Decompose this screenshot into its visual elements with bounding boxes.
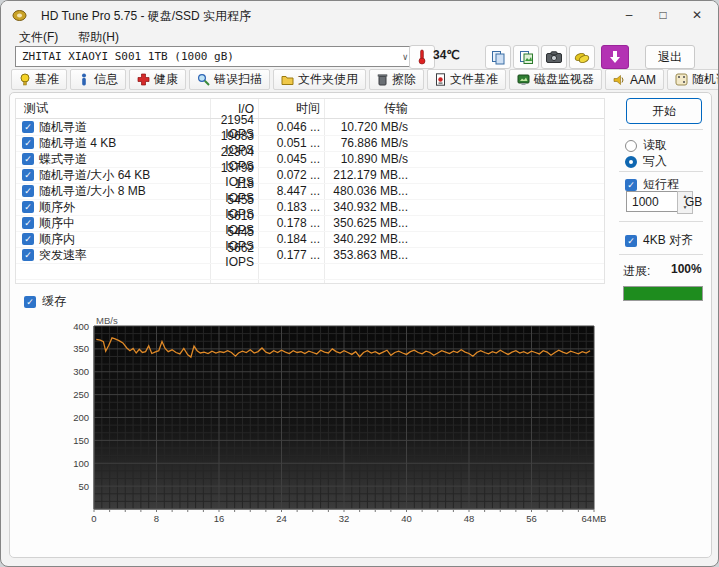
transfer-value: 212.179 MB... [324,168,412,182]
row-checkbox[interactable]: ✓ [22,233,34,245]
tab-label: 文件夹使用 [298,71,358,88]
write-label: 写入 [643,153,667,170]
tab-aam[interactable]: AAM [605,69,664,90]
download-arrow-icon [609,50,621,64]
drive-selector[interactable]: ZHITAI XIAOYI S001 1TB (1000 gB) ∨ [15,46,415,67]
transfer-value: 76.886 MB/s [324,136,412,150]
test-name: 蝶式寻道 [39,151,87,168]
read-radio-row[interactable]: 读取 [625,137,667,154]
test-name: 随机寻道/大小 8 MB [39,183,146,200]
progress-value: 100% [671,262,702,276]
write-radio-row[interactable]: 写入 [625,153,667,170]
file-icon [435,73,446,86]
header-test: 测试 [16,100,210,117]
menu-file[interactable]: 文件(F) [11,28,66,46]
cache-checkbox[interactable]: ✓ [24,296,36,308]
tab-label: 健康 [154,71,178,88]
table-row[interactable]: ✓随机寻道 4 KB 19683 IOPS 0.051 ... 76.886 M… [16,135,604,152]
short-stroke-checkbox[interactable]: ✓ [625,179,637,191]
chart-canvas: 400350300250200150100500816243240485664M… [61,316,606,528]
svg-text:8: 8 [154,513,159,524]
svg-text:400: 400 [73,321,89,332]
transfer-value: 340.292 MB... [324,232,412,246]
donate-icon [574,51,590,64]
svg-text:150: 150 [73,435,89,446]
menu-help[interactable]: 帮助(H) [70,28,127,46]
row-checkbox[interactable]: ✓ [22,121,34,133]
tab-file-benchmark[interactable]: 文件基准 [427,69,506,90]
chevron-down-icon: ∨ [403,52,408,62]
table-row[interactable]: ✓蝶式寻道 22304 IOPS 0.045 ... 10.890 MB/s [16,151,604,168]
table-row[interactable]: ✓顺序外 5455 IOPS 0.183 ... 340.932 MB... [16,199,604,216]
row-checkbox[interactable]: ✓ [22,185,34,197]
start-button[interactable]: 开始 [626,98,702,124]
maximize-button[interactable]: □ [646,2,680,28]
donate-button[interactable] [569,45,595,69]
window-title: HD Tune Pro 5.75 - 硬盘/SSD 实用程序 [41,8,251,25]
svg-text:16: 16 [214,513,225,524]
table-row[interactable]: ✓随机寻道/大小 64 KB 13799 IOPS 0.072 ... 212.… [16,167,604,184]
cache-label: 缓存 [42,293,66,310]
tab-label: 文件基准 [450,71,498,88]
align-checkbox[interactable]: ✓ [625,235,637,247]
separator [619,171,703,172]
tab-erase[interactable]: 擦除 [369,69,424,90]
time-value: 0.072 ... [258,168,324,182]
tab-folder-usage[interactable]: 文件夹使用 [273,69,366,90]
tab-label: 错误扫描 [214,71,262,88]
save-screenshot-button[interactable] [541,45,567,69]
row-checkbox[interactable]: ✓ [22,217,34,229]
align-row[interactable]: ✓ 4KB 对齐 [625,232,693,249]
trash-icon [377,73,388,86]
cache-row[interactable]: ✓ 缓存 [24,293,66,310]
tab-label: 基准 [35,71,59,88]
minimize-button[interactable]: – [612,2,646,28]
row-checkbox[interactable]: ✓ [22,201,34,213]
capacity-value: 1000 [632,195,659,209]
tab-benchmark[interactable]: 基准 [11,69,67,90]
copy-screenshot-button[interactable] [513,45,539,69]
tab-label: 磁盘监视器 [534,71,594,88]
temperature-button[interactable] [409,45,435,69]
row-checkbox[interactable]: ✓ [22,249,34,261]
row-checkbox[interactable]: ✓ [22,169,34,181]
svg-text:350: 350 [73,343,89,354]
table-row[interactable]: ✓突发速率 5662 IOPS 0.177 ... 353.863 MB... [16,247,604,264]
exit-label: 退出 [658,49,682,66]
table-row[interactable]: ✓顺序中 5610 IOPS 0.178 ... 350.625 MB... [16,215,604,232]
close-button[interactable]: ✕ [680,2,714,28]
tab-error-scan[interactable]: 错误扫描 [189,69,270,90]
title-bar: HD Tune Pro 5.75 - 硬盘/SSD 实用程序 – □ ✕ [1,1,718,29]
separator [619,254,703,255]
tab-health[interactable]: 健康 [129,69,186,90]
tab-random-access[interactable]: 随机访问 [667,69,719,90]
thermometer-icon [417,49,427,65]
copy-image-icon [519,50,534,65]
time-value: 0.184 ... [258,232,324,246]
test-name: 顺序外 [39,199,75,216]
menu-bar: 文件(F) 帮助(H) [1,28,719,46]
update-button[interactable] [601,45,629,69]
test-name: 随机寻道/大小 64 KB [39,167,150,184]
read-label: 读取 [643,137,667,154]
start-label: 开始 [652,103,676,120]
tab-info[interactable]: 信息 [70,69,126,90]
time-value: 0.051 ... [258,136,324,150]
time-value: 0.046 ... [258,120,324,134]
copy-text-button[interactable] [485,45,511,69]
write-radio[interactable] [625,156,637,168]
tab-label: 擦除 [392,71,416,88]
row-checkbox[interactable]: ✓ [22,137,34,149]
capacity-input[interactable]: 1000 [626,191,683,212]
info-icon [78,73,90,86]
table-row[interactable]: ✓随机寻道/大小 8 MB 118 IOPS 8.447 ... 480.036… [16,183,604,200]
tab-disk-monitor[interactable]: 磁盘监视器 [509,69,602,90]
time-value: 0.183 ... [258,200,324,214]
table-row[interactable]: ✓随机寻道 21954 IOPS 0.046 ... 10.720 MB/s [16,119,604,136]
exit-button[interactable]: 退出 [645,45,695,69]
read-radio[interactable] [625,140,637,152]
table-row[interactable]: ✓顺序内 5445 IOPS 0.184 ... 340.292 MB... [16,231,604,248]
transfer-value: 10.890 MB/s [324,152,412,166]
svg-text:50: 50 [78,481,89,492]
row-checkbox[interactable]: ✓ [22,153,34,165]
